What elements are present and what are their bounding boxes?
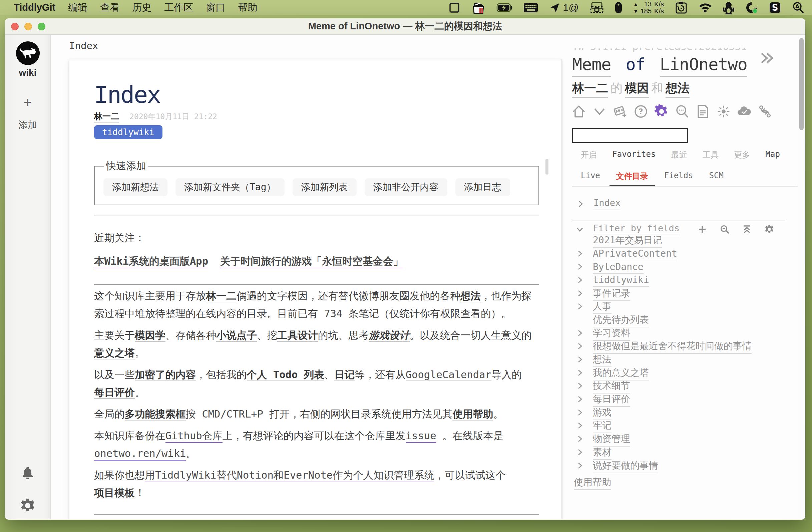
menu-app-name[interactable]: TiddlyGit bbox=[14, 2, 55, 13]
sidebar-tab[interactable]: Favorites bbox=[612, 149, 655, 160]
app-status-icon[interactable] bbox=[745, 1, 758, 14]
tiddler-link[interactable]: 上，有想评论的内容可以在这个仓库里发 bbox=[222, 430, 406, 442]
toolbox-icon[interactable] bbox=[472, 1, 485, 14]
help-link[interactable]: 使用帮助 bbox=[574, 476, 611, 490]
tree-item-label[interactable]: 想法 bbox=[593, 353, 611, 367]
quick-add-button[interactable]: 添加新想法 bbox=[103, 178, 168, 196]
tree-item[interactable]: ByteDance bbox=[576, 261, 794, 274]
display-frame-icon[interactable] bbox=[448, 2, 460, 14]
wifi-icon[interactable] bbox=[699, 3, 712, 13]
network-speed[interactable]: ▲ ▼ 13K/s 185K/s bbox=[633, 1, 664, 15]
tree-item-label[interactable]: tiddlywiki bbox=[593, 274, 649, 287]
tiddler-link[interactable]: 主要关于 bbox=[94, 329, 135, 341]
search-a-icon[interactable]: A bbox=[792, 1, 804, 14]
save-cloud-icon[interactable] bbox=[737, 104, 752, 119]
tiddler-link[interactable]: 。 bbox=[135, 347, 145, 359]
tiddler-link[interactable]: 的坑、思考 bbox=[318, 329, 369, 341]
notifications-bell-icon[interactable] bbox=[21, 466, 34, 480]
help-icon[interactable]: ? bbox=[634, 104, 648, 119]
tiddler-link[interactable]: 。 bbox=[493, 408, 504, 420]
zoom-out-icon[interactable] bbox=[720, 225, 729, 234]
add-workspace[interactable]: + 添加 bbox=[5, 96, 50, 131]
tiddler-link[interactable]: issue bbox=[406, 430, 436, 443]
tree-item[interactable]: 我的意义之塔 bbox=[576, 367, 794, 380]
tiddler-link[interactable]: 。 bbox=[186, 448, 196, 459]
tiddler-link[interactable]: 游戏设计 bbox=[369, 329, 410, 342]
tree-item[interactable]: 技术细节 bbox=[576, 380, 794, 393]
sidebar-subtab[interactable]: Fields bbox=[664, 171, 693, 182]
add-icon[interactable] bbox=[698, 225, 707, 234]
tree-item-label[interactable]: 事件记录 bbox=[593, 287, 630, 301]
sidebar-tab[interactable]: Map bbox=[766, 149, 780, 160]
tree-item[interactable]: 说好要做的事情 bbox=[576, 460, 794, 473]
close-button[interactable] bbox=[11, 23, 19, 30]
tree-item[interactable]: 优先待办列表 bbox=[576, 314, 794, 327]
quick-add-button[interactable]: 添加非公开内容 bbox=[365, 178, 447, 196]
tree-item-label[interactable]: 牢记 bbox=[593, 419, 611, 433]
menu-item[interactable]: 历史 bbox=[132, 2, 151, 13]
tiddler-link[interactable]: 想法 bbox=[460, 290, 481, 302]
tiddler-link[interactable]: 关于时间旅行的游戏「永恒时空基金会」 bbox=[220, 255, 403, 268]
tiddler-link[interactable]: 按 bbox=[186, 408, 202, 420]
home-icon[interactable] bbox=[571, 104, 586, 119]
sidebar-tab[interactable]: 最近 bbox=[671, 149, 687, 160]
tiddler-link[interactable]: 多功能搜索框 bbox=[125, 408, 186, 420]
tree-item[interactable]: tiddlywiki bbox=[576, 274, 794, 287]
open-tiddlers-icon[interactable] bbox=[696, 104, 710, 119]
tiddler-link[interactable]: 全局的 bbox=[94, 408, 125, 420]
window-scrollbar-thumb[interactable] bbox=[799, 38, 804, 130]
tiddler-link[interactable]: 。 bbox=[135, 387, 145, 398]
site-subtitle-part[interactable]: 模因 bbox=[625, 81, 649, 98]
tree-item[interactable]: 每日评价 bbox=[576, 393, 794, 406]
tiddler-link[interactable]: 如果你也想 bbox=[94, 469, 145, 481]
sidebar-tab[interactable]: 更多 bbox=[734, 149, 750, 160]
sidebar-subtab[interactable]: SCM bbox=[709, 171, 724, 182]
squirrel-ime-icon[interactable]: S bbox=[769, 2, 781, 14]
tiddler-link[interactable]: 模因学 bbox=[135, 329, 165, 342]
tree-item-label[interactable]: 优先待办列表 bbox=[593, 313, 649, 327]
qq-penguin-icon[interactable] bbox=[723, 1, 734, 14]
menu-item[interactable]: 编辑 bbox=[68, 2, 87, 13]
tree-item[interactable]: 牢记 bbox=[576, 420, 794, 433]
tree-item[interactable]: 2021年交易日记 bbox=[576, 234, 794, 248]
story-scrollbar-thumb[interactable] bbox=[546, 159, 549, 175]
tiddler-link[interactable]: 林一二 bbox=[206, 290, 237, 302]
tree-item-label[interactable]: 每日评价 bbox=[593, 393, 630, 407]
zoom-button[interactable] bbox=[38, 23, 45, 30]
tiddler-link[interactable]: ，可以试试这个 bbox=[434, 469, 506, 481]
tiddler-link[interactable]: 导入的 bbox=[491, 369, 522, 380]
tiddler-link[interactable]: 小说点子 bbox=[216, 329, 257, 342]
tiddler-link[interactable]: 本知识库备份在 bbox=[94, 430, 165, 442]
window-titlebar[interactable]: Meme of LinOnetwo — 林一二的模因和想法 bbox=[5, 18, 805, 35]
tree-item-label[interactable]: 学习资料 bbox=[593, 327, 630, 341]
tiddler-link[interactable]: 使用帮助 bbox=[452, 408, 493, 420]
site-title-link[interactable]: Meme bbox=[572, 55, 611, 77]
new-tiddler-icon[interactable] bbox=[613, 104, 627, 119]
quick-add-button[interactable]: 添加新文件夹（Tag） bbox=[175, 178, 285, 196]
tiddler-link[interactable]: 用TiddlyWiki替代Notion和EverNote作为个人知识管理系统 bbox=[145, 469, 435, 482]
tree-item-label[interactable]: 技术细节 bbox=[593, 379, 630, 393]
menu-item[interactable]: 工作区 bbox=[164, 2, 193, 13]
window-scrollbar[interactable] bbox=[798, 35, 805, 519]
tree-item-label[interactable]: 2021年交易日记 bbox=[593, 234, 662, 248]
battery-icon[interactable] bbox=[496, 2, 512, 13]
tree-item[interactable]: 物资管理 bbox=[576, 433, 794, 446]
tree-item[interactable]: 游戏 bbox=[576, 406, 794, 420]
tiddler-link[interactable]: 条笔记（仅统计你有权限查看的）。 bbox=[342, 308, 511, 319]
chevron-down-icon[interactable] bbox=[592, 104, 607, 119]
tiddler-link[interactable]: 、 bbox=[324, 369, 335, 380]
screen-capture-icon[interactable] bbox=[590, 1, 604, 14]
workspace-avatar[interactable] bbox=[16, 41, 40, 65]
sidebar-search-input[interactable] bbox=[572, 128, 688, 143]
sidebar-tab[interactable]: 工具 bbox=[702, 149, 719, 160]
tiddler-link[interactable]: onetwo.ren/wiki bbox=[94, 448, 186, 461]
tiddler-link[interactable]: GoogleCalendar bbox=[406, 369, 491, 381]
tree-item-label[interactable]: 说好要做的事情 bbox=[593, 459, 658, 473]
tree-item[interactable]: 素材 bbox=[576, 446, 794, 460]
theme-sun-icon[interactable] bbox=[716, 104, 731, 119]
tiddler-link[interactable]: 、挖 bbox=[257, 329, 277, 341]
tree-item-label[interactable]: APrivateContent bbox=[593, 248, 677, 260]
tree-item-label[interactable]: 人事 bbox=[593, 300, 611, 314]
advanced-search-icon[interactable] bbox=[675, 104, 690, 119]
site-subtitle-part[interactable]: 的 bbox=[610, 81, 623, 95]
